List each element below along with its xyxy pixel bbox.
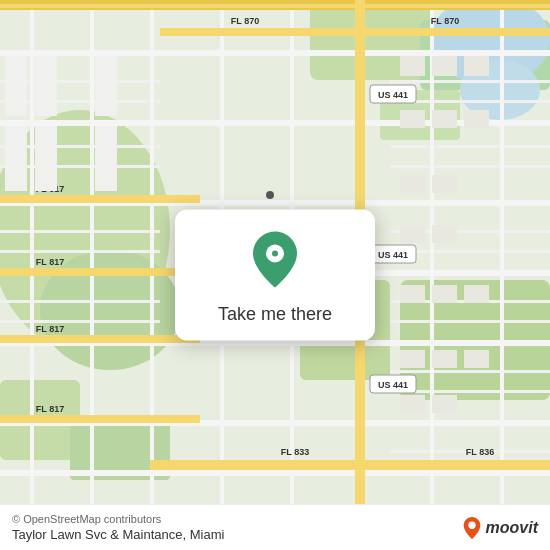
take-me-there-button[interactable]: Take me there	[218, 304, 332, 325]
svg-rect-77	[432, 56, 457, 76]
moovit-brand: moovit	[462, 516, 538, 540]
svg-rect-79	[400, 110, 425, 128]
svg-rect-92	[400, 395, 425, 413]
svg-text:US 441: US 441	[378, 380, 408, 390]
svg-rect-30	[390, 165, 550, 168]
svg-rect-24	[0, 250, 160, 253]
svg-rect-86	[400, 285, 425, 303]
svg-rect-50	[0, 195, 200, 203]
svg-rect-84	[400, 225, 425, 243]
svg-point-96	[272, 251, 278, 257]
svg-rect-89	[400, 350, 425, 368]
svg-rect-88	[464, 285, 489, 303]
moovit-text: moovit	[486, 519, 538, 537]
svg-rect-85	[432, 225, 457, 243]
svg-text:FL 836: FL 836	[466, 447, 494, 457]
svg-text:FL 870: FL 870	[231, 16, 259, 26]
svg-rect-18	[0, 470, 550, 476]
svg-rect-34	[390, 320, 550, 323]
moovit-logo-icon	[462, 516, 482, 540]
svg-rect-12	[0, 50, 550, 56]
svg-text:FL 870: FL 870	[431, 16, 459, 26]
svg-rect-27	[390, 80, 550, 83]
svg-rect-80	[432, 110, 457, 128]
svg-text:FL 833: FL 833	[281, 447, 309, 457]
svg-point-97	[468, 521, 475, 528]
bottom-bar: © OpenStreetMap contributors Taylor Lawn…	[0, 504, 550, 550]
svg-rect-93	[432, 395, 457, 413]
svg-rect-83	[432, 175, 457, 193]
svg-rect-47	[0, 4, 550, 8]
svg-rect-81	[464, 110, 489, 128]
svg-rect-91	[464, 350, 489, 368]
attribution-text: © OpenStreetMap contributors	[12, 513, 224, 525]
svg-rect-49	[360, 28, 550, 36]
svg-rect-26	[0, 320, 160, 323]
svg-rect-23	[0, 230, 160, 233]
svg-rect-29	[390, 145, 550, 148]
map-pin-icon	[245, 230, 305, 290]
location-label: Taylor Lawn Svc & Maintance, Miami	[12, 527, 224, 542]
svg-rect-82	[400, 175, 425, 193]
svg-point-94	[266, 191, 274, 199]
svg-text:FL 817: FL 817	[36, 324, 64, 334]
location-card: Take me there	[175, 210, 375, 341]
map-container: FL 870 FL 870 FL 817 FL 817 FL 817 FL 81…	[0, 0, 550, 550]
svg-text:US 441: US 441	[378, 250, 408, 260]
svg-rect-72	[5, 126, 27, 191]
svg-rect-51	[0, 268, 200, 276]
svg-rect-73	[35, 126, 57, 191]
svg-rect-48	[160, 28, 360, 36]
svg-rect-71	[35, 56, 57, 116]
svg-rect-25	[0, 300, 160, 303]
svg-rect-35	[390, 370, 550, 373]
svg-rect-78	[464, 56, 489, 76]
svg-rect-74	[95, 56, 117, 116]
svg-text:US 441: US 441	[378, 90, 408, 100]
svg-rect-53	[0, 415, 200, 423]
svg-text:FL 817: FL 817	[36, 257, 64, 267]
svg-rect-76	[400, 56, 425, 76]
svg-rect-90	[432, 350, 457, 368]
svg-rect-70	[5, 56, 27, 116]
svg-text:FL 817: FL 817	[36, 404, 64, 414]
svg-rect-54	[150, 460, 550, 470]
svg-rect-52	[0, 335, 200, 343]
svg-rect-75	[95, 126, 117, 191]
svg-rect-87	[432, 285, 457, 303]
